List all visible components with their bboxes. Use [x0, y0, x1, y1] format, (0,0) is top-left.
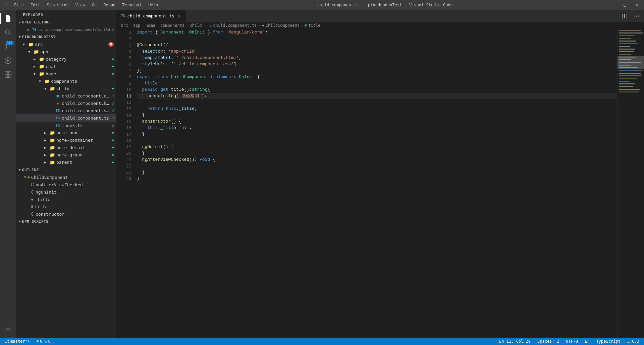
status-bar-left: ⎇ master*+ ⊗ 0 ⚠ 0 — [3, 338, 52, 344]
tree-child-html[interactable]: ◆ child.component.html U — [16, 99, 116, 107]
cursor-position-status[interactable]: Ln 11, Col 29 — [498, 338, 532, 344]
tree-app[interactable]: ▼ 📁 app — [16, 48, 116, 55]
breadcrumb-sep4: › — [186, 23, 188, 28]
menu-help[interactable]: Help — [146, 2, 161, 8]
breadcrumb-title[interactable]: title — [308, 23, 320, 28]
errors-status[interactable]: ⊗ 0 ⚠ 0 — [35, 338, 52, 344]
outline-root[interactable]: ▼ ❖ ChildComponent — [16, 174, 116, 181]
outline-constructor[interactable]: ⬡ constructor — [16, 210, 116, 218]
explorer-activity-icon[interactable] — [2, 13, 14, 24]
tree-child-css[interactable]: ■ child.component.css U — [16, 92, 116, 99]
split-editor-icon[interactable] — [620, 11, 629, 21]
category-label: category — [46, 57, 112, 62]
outline-title-prop[interactable]: ⌾ title — [16, 203, 116, 210]
menu-selection[interactable]: Selection — [44, 2, 71, 8]
tab-close-button[interactable]: ✕ — [176, 13, 182, 19]
tree-child[interactable]: ▼ 📁 child ● — [16, 85, 116, 92]
source-control-activity-icon[interactable]: 108 — [2, 41, 14, 52]
breadcrumb-home[interactable]: home — [146, 23, 155, 28]
svg-line-3 — [9, 33, 11, 36]
src-badge: 0 — [108, 42, 114, 47]
chat-label: chat — [46, 64, 112, 69]
line-ending-status[interactable]: LF — [583, 338, 591, 344]
breadcrumb-child[interactable]: child — [190, 23, 202, 28]
tab-child-component-ts[interactable]: TS child.component.ts ✕ — [117, 10, 186, 22]
tree-home[interactable]: ▼ 📁 home ● — [16, 70, 116, 77]
code-content[interactable]: import { Component, OnInit } from '@angu… — [134, 29, 617, 338]
vscode-logo-icon — [3, 2, 9, 8]
home-grand-label: home-grand — [56, 152, 112, 157]
encoding-status[interactable]: UTF-8 — [565, 338, 579, 344]
title-bar: File Edit Selection View Go Debug Termin… — [0, 0, 644, 10]
indentation: Spaces: 2 — [537, 339, 559, 344]
settings-activity-icon[interactable] — [2, 324, 14, 335]
folder-chat-icon: 📁 — [39, 64, 44, 69]
tree-parent[interactable]: ▶ 📁 parent ● — [16, 158, 116, 166]
home-label: home — [46, 71, 112, 76]
menu-view[interactable]: View — [73, 2, 88, 8]
tree-home-aux[interactable]: ▶ 📁 home-aux ● — [16, 129, 116, 136]
branch-status[interactable]: ⎇ master*+ — [3, 338, 31, 344]
menu-edit[interactable]: Edit — [28, 2, 43, 8]
app-label: app — [40, 49, 116, 54]
project-section-header[interactable]: ▼ PINGDUODUOTEST — [16, 33, 116, 41]
outline-title-field[interactable]: ◈ _title — [16, 196, 116, 203]
extensions-activity-icon[interactable] — [2, 69, 14, 80]
outline-title-field-label: _title — [35, 197, 50, 202]
search-activity-icon[interactable] — [2, 27, 14, 38]
outline-ngafterviewchecked[interactable]: ⬡ ngAfterViewChecked — [16, 181, 116, 188]
status-bar: ⎇ master*+ ⊗ 0 ⚠ 0 Ln 11, Col 29 Spaces:… — [0, 338, 644, 345]
tree-home-container[interactable]: ▶ 📁 home-container ● — [16, 136, 116, 144]
error-count: 0 — [40, 339, 42, 344]
breadcrumb-filename[interactable]: child.component.ts — [213, 23, 257, 28]
close-button[interactable]: ✕ — [633, 2, 641, 8]
menu-file[interactable]: File — [11, 2, 26, 8]
ts-version-status[interactable]: 3.6.3 — [626, 338, 641, 344]
activity-bar: 108 — [0, 10, 16, 338]
svg-rect-9 — [5, 72, 8, 74]
open-editor-badge: U — [111, 27, 116, 32]
language-status[interactable]: TypeScript — [595, 338, 622, 344]
svg-rect-12 — [8, 75, 11, 78]
components-label: components — [51, 79, 116, 84]
tree-child-ts[interactable]: TS child.component.ts U — [16, 114, 116, 122]
outline-ngoninit[interactable]: ⬡ ngOnInit — [16, 188, 116, 196]
code-editor[interactable]: 12345 678910 1112131415 1617181920 21222… — [117, 29, 644, 338]
outline-section-header[interactable]: ▼ OUTLINE — [16, 166, 116, 174]
tree-src[interactable]: ▼ 📁 src 0 — [16, 41, 116, 48]
breadcrumb-app[interactable]: app — [133, 23, 141, 28]
tree-home-grand[interactable]: ▶ 📁 home-grand ● — [16, 151, 116, 158]
home-aux-label: home-aux — [56, 130, 112, 135]
open-editors-section-header[interactable]: ▶ OPEN EDITORS — [16, 18, 116, 26]
tree-components[interactable]: ▼ 📁 components — [16, 77, 116, 85]
tree-chat[interactable]: ▶ 📁 chat ● — [16, 63, 116, 70]
open-editor-item[interactable]: ✕ TS child.component.ts src\app\home\com… — [16, 26, 116, 33]
breadcrumb-class[interactable]: ChildComponent — [266, 23, 300, 28]
svg-point-4 — [6, 48, 7, 49]
maximize-button[interactable]: □ — [621, 2, 629, 8]
folder-home-container-icon: 📁 — [50, 137, 55, 143]
home-detail-label: home-detail — [56, 145, 112, 150]
menu-debug[interactable]: Debug — [101, 2, 118, 8]
menu-go[interactable]: Go — [89, 2, 99, 8]
tree-category[interactable]: ▶ 📁 category ● — [16, 55, 116, 63]
svg-point-13 — [7, 328, 9, 330]
tree-index-ts[interactable]: TS index.ts U — [16, 122, 116, 129]
close-editor-icon[interactable]: ✕ — [25, 27, 31, 32]
index-file-icon: TS — [55, 123, 60, 128]
breadcrumb-components[interactable]: components — [160, 23, 184, 28]
breadcrumb-ts-icon2: TS — [207, 23, 212, 28]
outline-childcomponent: ChildComponent — [31, 175, 68, 180]
menu-terminal[interactable]: Terminal — [119, 2, 144, 8]
tree-child-spec[interactable]: TS child.component.spec.ts U — [16, 107, 116, 114]
npm-section-header[interactable]: ▶ NPM SCRIPTS — [16, 218, 116, 225]
debug-activity-icon[interactable] — [2, 55, 14, 66]
title-bar-left: File Edit Selection View Go Debug Termin… — [3, 2, 161, 8]
folder-category-icon: 📁 — [39, 56, 44, 62]
tree-home-detail[interactable]: ▶ 📁 home-detail ● — [16, 144, 116, 151]
indentation-status[interactable]: Spaces: 2 — [536, 338, 560, 344]
breadcrumb-src[interactable]: src — [121, 23, 128, 28]
home-container-label: home-container — [56, 138, 112, 143]
more-actions-icon[interactable] — [632, 11, 641, 21]
minimize-button[interactable]: ─ — [609, 2, 617, 8]
